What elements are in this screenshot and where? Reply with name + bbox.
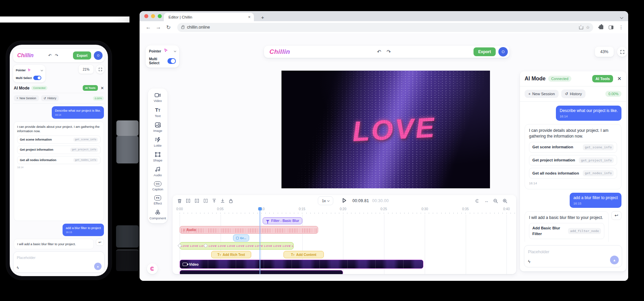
tool-call-row[interactable]: Get project information get_project_info bbox=[529, 155, 617, 166]
pointer-row[interactable]: Pointer bbox=[149, 48, 176, 54]
undo-icon[interactable]: ↶ bbox=[48, 53, 52, 58]
zoom-in-icon[interactable] bbox=[502, 198, 507, 203]
zoom-out-icon[interactable] bbox=[493, 198, 498, 203]
rail-item-lottie[interactable]: Lottie bbox=[148, 137, 167, 147]
tool-call-row[interactable]: Get scene information get_scene_info bbox=[17, 136, 101, 144]
rail-item-text[interactable]: TT Text bbox=[148, 107, 167, 118]
play-button[interactable] bbox=[342, 198, 347, 203]
preview-canvas[interactable]: LOVE bbox=[281, 71, 490, 188]
rail-item-component[interactable]: Component bbox=[148, 210, 167, 220]
tab-close-icon[interactable]: × bbox=[248, 14, 251, 20]
extensions-icon[interactable] bbox=[599, 25, 603, 29]
window-controls[interactable] bbox=[144, 14, 162, 18]
lower-layer-icon[interactable] bbox=[220, 198, 225, 203]
bookmark-star-icon[interactable]: ☆ bbox=[586, 25, 590, 30]
zoom-level[interactable]: 43% bbox=[595, 47, 614, 57]
export-button[interactable]: Export bbox=[73, 51, 91, 60]
fit-timeline-icon[interactable]: ↔ bbox=[484, 198, 489, 203]
chevron-down-icon[interactable] bbox=[174, 49, 176, 52]
tool-call-row[interactable]: Add Basic Blur Filter add_filter_node bbox=[529, 223, 604, 239]
chevron-down-icon[interactable] bbox=[41, 69, 43, 71]
history-button[interactable]: ↺History bbox=[41, 95, 59, 101]
tool-call-row[interactable]: Get all nodes information get_nodes_info bbox=[529, 168, 617, 179]
clip-audio[interactable]: ♫ Audio bbox=[180, 226, 318, 234]
undo-action-button[interactable]: ↩ bbox=[611, 211, 621, 220]
rail-item-effect[interactable]: FX Effect bbox=[148, 195, 167, 205]
playhead-line bbox=[260, 210, 260, 274]
new-tab-button[interactable]: + bbox=[259, 14, 266, 20]
close-window-button[interactable] bbox=[144, 14, 148, 18]
undo-icon[interactable]: ↶ bbox=[377, 49, 381, 55]
redo-icon[interactable]: ↷ bbox=[387, 49, 391, 55]
tool-call-row[interactable]: Get all nodes information get_nodes_info bbox=[17, 156, 101, 164]
playhead[interactable] bbox=[258, 207, 262, 274]
avatar[interactable]: O bbox=[94, 51, 103, 60]
chat-input[interactable] bbox=[17, 256, 88, 260]
undo-action-button[interactable]: ↩ bbox=[96, 239, 104, 246]
avatar[interactable]: O bbox=[498, 47, 508, 57]
fullscreen-button[interactable] bbox=[617, 47, 627, 57]
back-icon[interactable]: ← bbox=[144, 24, 152, 30]
browser-tab[interactable]: Editor | Chillin × bbox=[164, 13, 254, 21]
rail-item-caption[interactable]: CC Caption bbox=[148, 181, 167, 191]
lock-icon[interactable] bbox=[229, 198, 233, 203]
rail-item-video[interactable]: Video bbox=[148, 92, 167, 103]
clip-add-content[interactable]: TT Add Content bbox=[283, 251, 324, 258]
rail-item-image[interactable]: Image bbox=[148, 122, 167, 133]
minimize-window-button[interactable] bbox=[151, 14, 155, 18]
chat-input-box[interactable]: ϟ ▲ bbox=[524, 245, 622, 267]
ruler-minor-ticks[interactable] bbox=[180, 213, 515, 214]
clip-love-text[interactable]: LOVE LOVE LOVE LOVE LOVE LOVE LOVE LOVE … bbox=[180, 242, 294, 250]
share-icon[interactable] bbox=[579, 25, 583, 29]
redo-icon[interactable]: ↷ bbox=[55, 53, 59, 58]
delete-icon[interactable] bbox=[177, 198, 182, 203]
tool-call-row[interactable]: Get project information get_project_info bbox=[17, 146, 101, 154]
reload-icon[interactable]: ↻ bbox=[164, 24, 173, 31]
forward-icon[interactable]: → bbox=[154, 24, 162, 30]
quick-action-bolt-icon[interactable]: ϟ bbox=[17, 266, 19, 270]
new-session-button[interactable]: +New Session bbox=[525, 90, 559, 98]
tool-call-row[interactable]: Get scene information get_scene_info bbox=[529, 142, 617, 153]
tab-search-chevron-icon[interactable] bbox=[620, 14, 623, 20]
chat-area[interactable]: Describe what our project is like. 16:14… bbox=[13, 104, 105, 249]
browser-menu-icon[interactable]: ⋮ bbox=[619, 25, 623, 30]
fullscreen-button[interactable] bbox=[96, 65, 105, 74]
chat-input-box[interactable]: ϟ ▲ bbox=[13, 251, 105, 273]
split-right-icon[interactable] bbox=[203, 198, 208, 203]
close-icon[interactable]: ✕ bbox=[101, 86, 104, 90]
send-button[interactable]: ▲ bbox=[610, 256, 619, 264]
ai-tools-button[interactable]: AI Tools bbox=[592, 75, 613, 82]
quick-action-bolt-icon[interactable]: ϟ bbox=[528, 259, 530, 264]
address-bar[interactable]: chillin.online ☆ bbox=[177, 23, 593, 32]
multi-select-toggle[interactable] bbox=[167, 58, 176, 64]
phone-screen: Chillin ↶ ↷ Export O Pointer Multi Selec… bbox=[10, 45, 108, 276]
close-icon[interactable]: ✕ bbox=[617, 76, 621, 82]
pointer-row[interactable]: Pointer bbox=[16, 67, 43, 73]
chat-area[interactable]: Describe what our project is like. 16:14… bbox=[520, 102, 626, 242]
ai-tools-button[interactable]: AI Tools bbox=[83, 85, 98, 91]
chillin-logo-button[interactable] bbox=[147, 263, 158, 274]
history-button[interactable]: ↺History bbox=[561, 89, 585, 98]
chat-input[interactable] bbox=[528, 250, 605, 254]
export-button[interactable]: Export bbox=[473, 47, 496, 56]
clip-video[interactable]: Video bbox=[180, 260, 423, 269]
multi-select-toggle[interactable] bbox=[33, 76, 41, 80]
clip-filter-basic-blur[interactable]: Filter - Basic Blur bbox=[263, 217, 302, 224]
send-button[interactable]: ▲ bbox=[94, 263, 102, 270]
url-text[interactable]: chillin.online bbox=[187, 25, 576, 30]
tool-tag: get_scene_info bbox=[583, 144, 614, 150]
clip-add-rich-text[interactable]: TT Add Rich Text bbox=[211, 251, 251, 258]
multi-select-row: Multi Select bbox=[16, 76, 43, 80]
new-session-button[interactable]: +New Session bbox=[14, 95, 39, 101]
raise-layer-icon[interactable] bbox=[212, 198, 217, 203]
rail-item-shape[interactable]: Shape bbox=[148, 152, 167, 162]
rail-item-audio[interactable]: Audio bbox=[148, 166, 167, 177]
clip-group[interactable]: Gr... bbox=[233, 234, 249, 241]
magic-chillin-icon[interactable] bbox=[475, 198, 480, 203]
maximize-window-button[interactable] bbox=[158, 14, 162, 18]
split-left-icon[interactable] bbox=[186, 198, 191, 203]
split-center-icon[interactable] bbox=[194, 198, 199, 203]
side-panel-icon[interactable] bbox=[609, 26, 613, 29]
playback-speed-select[interactable]: 1x bbox=[318, 196, 333, 205]
zoom-level[interactable]: 21% bbox=[79, 65, 93, 74]
